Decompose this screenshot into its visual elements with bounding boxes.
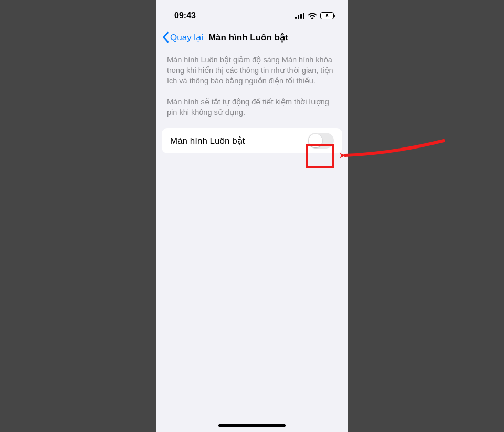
battery-icon: 5 <box>320 12 334 19</box>
row-label: Màn hình Luôn bật <box>170 135 245 146</box>
svg-rect-2 <box>300 14 302 19</box>
chevron-left-icon <box>162 31 169 43</box>
battery-level: 5 <box>321 13 333 19</box>
description-paragraph-2: Màn hình sẽ tắt tự động để tiết kiệm thờ… <box>167 97 337 118</box>
description-paragraph-1: Màn hình Luôn bật giảm độ sáng Màn hình … <box>167 55 337 86</box>
svg-rect-3 <box>303 13 304 19</box>
status-bar: 09:43 5 <box>156 0 348 26</box>
back-label: Quay lại <box>170 32 203 43</box>
wifi-icon <box>308 13 317 19</box>
settings-group: Màn hình Luôn bật <box>162 128 342 153</box>
phone-screen: 09:43 5 Quay lại Màn hình Luôn bật Màn h… <box>156 0 348 432</box>
home-indicator[interactable] <box>218 424 286 427</box>
toggle-knob <box>309 134 322 147</box>
nav-header: Quay lại Màn hình Luôn bật <box>156 26 348 50</box>
status-time: 09:43 <box>174 11 196 20</box>
always-on-display-row[interactable]: Màn hình Luôn bật <box>162 128 342 153</box>
back-button[interactable]: Quay lại <box>162 31 203 43</box>
status-right: 5 <box>295 12 334 19</box>
svg-rect-1 <box>298 15 299 19</box>
svg-rect-0 <box>295 17 297 19</box>
always-on-display-toggle[interactable] <box>308 133 334 149</box>
annotation-arrow-icon <box>336 138 446 164</box>
description-block: Màn hình Luôn bật giảm độ sáng Màn hình … <box>156 50 348 118</box>
page-title: Màn hình Luôn bật <box>208 32 288 43</box>
cellular-signal-icon <box>295 13 304 19</box>
